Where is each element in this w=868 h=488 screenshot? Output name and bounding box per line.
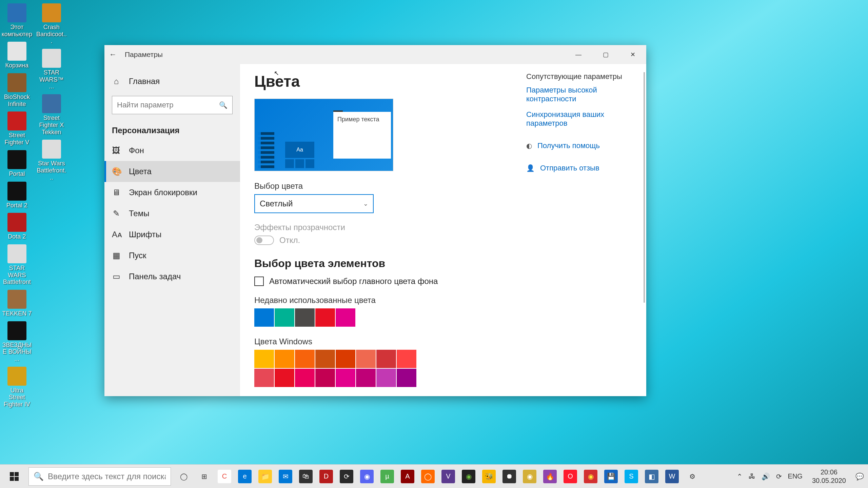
desktop-icon[interactable]: Ultra Street Fighter IV — [2, 367, 32, 408]
start-button[interactable] — [0, 465, 28, 488]
color-swatch[interactable] — [315, 308, 335, 327]
taskbar-app[interactable]: V — [438, 465, 458, 488]
link-sync-settings[interactable]: Синхронизация ваших параметров — [526, 110, 631, 128]
taskbar-app[interactable]: A — [397, 465, 418, 488]
sidebar-item[interactable]: ▦Пуск — [104, 245, 240, 266]
color-swatch[interactable] — [376, 350, 396, 368]
sidebar-item[interactable]: 🎨Цвета — [104, 161, 240, 182]
sidebar-item-label: Пуск — [129, 251, 146, 260]
scrollbar[interactable] — [644, 72, 645, 303]
tray-network-icon[interactable]: 🖧 — [749, 472, 755, 480]
desktop-icon[interactable]: Portal — [2, 150, 32, 178]
taskbar-search[interactable]: 🔍 — [28, 467, 171, 486]
taskbar-app[interactable]: 💾 — [601, 465, 621, 488]
color-swatch[interactable] — [376, 369, 396, 387]
tray-volume-icon[interactable]: 🔊 — [762, 472, 770, 481]
sidebar-item[interactable]: ▭Панель задач — [104, 266, 240, 287]
taskbar-app[interactable]: O — [560, 465, 580, 488]
taskbar-app[interactable]: ◉ — [458, 465, 479, 488]
taskbar-app[interactable]: ◉ — [519, 465, 540, 488]
taskbar-app[interactable]: ◯ — [174, 465, 194, 488]
link-feedback[interactable]: Отправить отзыв — [540, 164, 599, 172]
link-get-help[interactable]: Получить помощь — [537, 141, 600, 150]
color-swatch[interactable] — [397, 369, 416, 387]
color-swatch[interactable] — [254, 308, 274, 327]
desktop-icon[interactable]: BioShock Infinite — [2, 73, 32, 107]
desktop-icon[interactable]: STAR WARS Battlefront — [2, 244, 32, 286]
color-swatch[interactable] — [315, 369, 335, 387]
taskbar-app[interactable]: 🐝 — [479, 465, 499, 488]
color-swatch[interactable] — [315, 350, 335, 368]
taskbar-app[interactable]: ◉ — [357, 465, 377, 488]
search-input[interactable] — [117, 101, 219, 109]
sidebar-item-icon: 🖥 — [112, 188, 121, 197]
color-swatch[interactable] — [275, 350, 294, 368]
color-swatch[interactable] — [336, 308, 355, 327]
color-mode-dropdown[interactable]: Светлый ⌄ — [254, 194, 374, 213]
tray-language[interactable]: ENG — [788, 472, 803, 480]
color-swatch[interactable] — [254, 369, 274, 387]
taskbar-app[interactable]: ⏺ — [499, 465, 519, 488]
sidebar-search[interactable]: 🔍 — [112, 96, 233, 114]
tray-clock[interactable]: 20:06 30.05.2020 — [809, 468, 849, 485]
link-high-contrast[interactable]: Параметры высокой контрастности — [526, 86, 631, 103]
sidebar-item[interactable]: AᴀШрифты — [104, 224, 240, 245]
sidebar-item-label: Темы — [129, 209, 149, 218]
sidebar-item[interactable]: 🖥Экран блокировки — [104, 182, 240, 203]
color-swatch[interactable] — [254, 350, 274, 368]
color-swatch[interactable] — [356, 350, 376, 368]
color-swatch[interactable] — [295, 308, 315, 327]
taskbar-app[interactable]: ⟳ — [336, 465, 357, 488]
taskbar-app[interactable]: ◉ — [580, 465, 601, 488]
tray-sync-icon[interactable]: ⟳ — [776, 472, 782, 481]
close-button[interactable]: ✕ — [619, 45, 646, 64]
color-swatch[interactable] — [275, 308, 294, 327]
color-swatch[interactable] — [356, 369, 376, 387]
desktop-icon[interactable]: Dota 2 — [2, 213, 32, 240]
taskbar-app[interactable]: µ — [377, 465, 397, 488]
taskbar-app[interactable]: ◯ — [418, 465, 438, 488]
color-swatch[interactable] — [336, 350, 355, 368]
desktop-icon[interactable]: STAR WARS™ ... — [36, 49, 67, 90]
desktop-icon[interactable]: Crash Bandicoot... — [36, 3, 67, 45]
window-title: Параметры — [121, 50, 163, 59]
desktop-icon[interactable]: Корзина — [2, 42, 32, 69]
color-swatch[interactable] — [275, 369, 294, 387]
desktop-icon[interactable]: Star Wars Battlefront... — [36, 140, 67, 181]
taskbar-app[interactable]: S — [621, 465, 642, 488]
color-swatch[interactable] — [397, 350, 416, 368]
color-swatch[interactable] — [336, 369, 355, 387]
taskbar-app[interactable]: ⚙ — [682, 465, 703, 488]
sidebar-home[interactable]: ⌂ Главная — [104, 71, 240, 92]
color-swatch[interactable] — [295, 369, 315, 387]
sidebar-item-label: Цвета — [129, 167, 152, 176]
taskbar-app[interactable]: 🛍 — [296, 465, 316, 488]
taskbar-app[interactable]: e — [235, 465, 255, 488]
sidebar-item[interactable]: 🖼Фон — [104, 140, 240, 161]
transparency-toggle[interactable] — [254, 236, 274, 245]
auto-color-checkbox-row[interactable]: Автоматический выбор главного цвета фона — [254, 277, 632, 286]
tray-chevron-icon[interactable]: ⌃ — [737, 472, 743, 481]
desktop-icon[interactable]: ЗВЕЗДНЫЕ ВОЙНЫ ... — [2, 321, 32, 363]
desktop-icon[interactable]: Этот компьютер — [2, 3, 32, 38]
taskbar-app[interactable]: 📁 — [255, 465, 275, 488]
taskbar-app[interactable]: D — [316, 465, 336, 488]
feedback-icon: 👤 — [526, 164, 535, 172]
color-swatch[interactable] — [295, 350, 315, 368]
taskbar-app[interactable]: ⊞ — [194, 465, 214, 488]
taskbar-app[interactable]: ✉ — [275, 465, 296, 488]
minimize-button[interactable]: — — [565, 45, 592, 64]
taskbar-app[interactable]: ◧ — [642, 465, 662, 488]
taskbar-app[interactable]: W — [662, 465, 682, 488]
desktop-icon[interactable]: Street Fighter V — [2, 111, 32, 146]
taskbar-app[interactable]: C — [214, 465, 235, 488]
back-button[interactable]: ← — [104, 45, 121, 64]
desktop-icon[interactable]: Street Fighter X Tekken — [36, 94, 67, 136]
sidebar-item[interactable]: ✎Темы — [104, 203, 240, 224]
tray-notifications-icon[interactable]: 💬 — [855, 472, 864, 481]
taskbar-search-input[interactable] — [48, 472, 166, 481]
taskbar-app[interactable]: 🔥 — [540, 465, 560, 488]
desktop-icon[interactable]: TEKKEN 7 — [2, 290, 32, 317]
desktop-icon[interactable]: Portal 2 — [2, 182, 32, 209]
maximize-button[interactable]: ▢ — [592, 45, 619, 64]
